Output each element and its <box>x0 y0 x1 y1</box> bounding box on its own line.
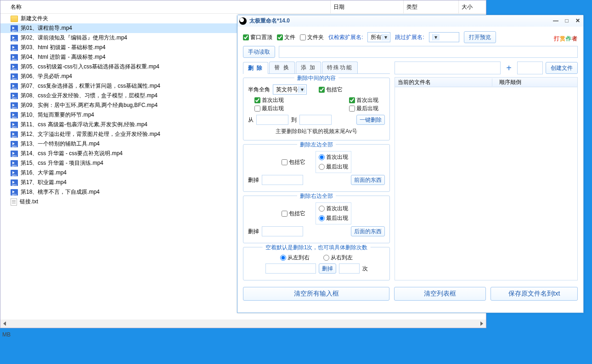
group-delete-right: 删除右边全部 包括它 首次出现 最后出现 删掉 后面的东西 <box>243 196 390 243</box>
include-checkbox-3[interactable]: 包括它 <box>282 210 305 218</box>
to-label: 到 <box>291 116 297 124</box>
group-delete-left: 删除左边全部 包括它 首次出现 最后出现 删掉 前面的东西 <box>243 144 390 192</box>
first-checkbox-l[interactable]: 首次出现 <box>254 96 284 104</box>
close-icon[interactable]: ✕ <box>574 18 581 24</box>
include-checkbox-1[interactable]: 包括它 <box>319 86 343 94</box>
file-checkbox[interactable]: 文件 <box>277 34 295 41</box>
from-input[interactable] <box>256 115 288 125</box>
file-name: 第17、职业篇.mp4 <box>21 179 67 186</box>
tab-replace[interactable]: 替 换 <box>269 62 294 73</box>
last-radio-r[interactable]: 最后出现 <box>319 214 348 222</box>
preview-button[interactable]: 打开预览 <box>464 31 496 43</box>
del-label-3: 删掉 <box>248 228 259 235</box>
file-name: 第06、学员必听.mp4 <box>21 73 72 80</box>
onekey-delete-button[interactable]: 一键删除 <box>356 115 385 125</box>
note-text: 主要删除B站下载的视频末尾Av号 <box>248 128 385 135</box>
file-list-body[interactable] <box>395 87 578 280</box>
scroll-right-icon[interactable]: ▸ <box>478 319 486 328</box>
manual-read-button[interactable]: 手动读取 <box>243 46 275 58</box>
top-toolbar: 窗口置顶 文件 文件夹 仅检索扩展名: 所有▾ 跳过扩展名: ▾ 打开预览 打赏… <box>237 27 583 45</box>
tab-special[interactable]: 特殊功能 <box>322 62 358 73</box>
titlebar[interactable]: 太极重命名*14.0 — □ ✕ <box>237 15 583 27</box>
file-name: 第12、文字溢出处理，背景图片处理，企业开发经验.mp4 <box>21 130 160 138</box>
video-icon <box>11 64 18 70</box>
plus-icon[interactable]: + <box>503 63 514 73</box>
scroll-left-icon[interactable]: ◂ <box>0 319 9 328</box>
app-icon <box>239 17 247 25</box>
to-input[interactable] <box>299 115 332 125</box>
group-delete-count: 空着默认是删除1次，也可填具体删除次数 从左到右 从右到左 删掉 次 <box>243 247 390 280</box>
ltr-radio[interactable]: 从左到右 <box>280 254 310 262</box>
video-icon <box>11 54 18 61</box>
window-title: 太极重命名*14.0 <box>249 17 290 25</box>
first-radio-l[interactable]: 首次出现 <box>319 153 348 161</box>
video-icon <box>11 35 18 41</box>
symbol-select[interactable]: 英文符号▾ <box>273 84 307 95</box>
pin-checkbox[interactable]: 窗口置顶 <box>243 34 272 41</box>
del-count-button[interactable]: 删掉 <box>319 263 336 274</box>
video-icon <box>11 45 18 51</box>
file-name: 链接.txt <box>20 198 38 206</box>
front-button[interactable]: 前面的东西 <box>351 175 385 185</box>
last-checkbox-r[interactable]: 最后出现 <box>349 105 378 112</box>
clear-inputs-button[interactable]: 清空所有输入框 <box>243 287 389 301</box>
save-txt-button[interactable]: 保存原文件名到txt <box>491 287 578 301</box>
include-checkbox-2[interactable]: 包括它 <box>282 158 305 166</box>
back-button[interactable]: 后面的东西 <box>351 226 385 236</box>
video-icon <box>11 83 18 90</box>
file-name: 第14、css 升华篇 - css要点补充说明.mp4 <box>21 150 123 157</box>
half-full-label: 半角全角 <box>248 86 270 94</box>
col-reverse[interactable]: 顺序颠倒 <box>492 78 528 86</box>
ext-select[interactable]: 所有▾ <box>367 32 390 42</box>
col-date[interactable]: 日期 <box>330 0 404 13</box>
first-checkbox-r[interactable]: 首次出现 <box>349 96 378 104</box>
del-text-input[interactable] <box>265 263 316 274</box>
file-name: 第07、css复杂选择器，权重计算问题，css基础属性.mp4 <box>21 82 160 90</box>
h-scrollbar[interactable]: ◂ ▸ <box>0 319 486 328</box>
del-right-input[interactable] <box>262 226 303 236</box>
count-input[interactable] <box>339 263 360 274</box>
video-icon <box>11 141 18 147</box>
tab-delete[interactable]: 删 除 <box>243 62 268 74</box>
maximize-icon[interactable]: □ <box>563 18 570 24</box>
last-checkbox-l[interactable]: 最后出现 <box>254 105 284 112</box>
folder-icon <box>11 16 18 22</box>
file-name: 第13、一个特别的辅助工具.mp4 <box>21 140 100 148</box>
reward-label[interactable]: 打赏作者 <box>554 32 578 43</box>
tabs: 删 除 替 换 添 加 特殊功能 <box>243 62 390 74</box>
video-icon <box>11 160 18 167</box>
video-icon <box>11 73 18 80</box>
skip-ext-select[interactable]: ▾ <box>429 32 459 42</box>
only-ext-label: 仅检索扩展名: <box>328 34 363 41</box>
clear-list-button[interactable]: 清空列表框 <box>394 287 486 301</box>
tab-add[interactable]: 添 加 <box>296 62 321 73</box>
col-name[interactable]: 名称 <box>0 3 330 11</box>
folder-checkbox[interactable]: 文件夹 <box>300 34 324 41</box>
file-name: 第05、css初级篇-css引入css基础选择器选择器权重.mp4 <box>21 63 159 71</box>
col-type[interactable]: 类型 <box>403 0 458 13</box>
explorer-header: 名称 日期 类型 大小 <box>0 0 486 14</box>
ext-input[interactable] <box>517 62 543 74</box>
file-name: 第02、课前须知及『编辑器』使用方法.mp4 <box>21 34 127 42</box>
create-file-button[interactable]: 创建文件 <box>546 62 578 74</box>
file-name: 第16、大学篇.mp4 <box>21 169 67 177</box>
del-label-2: 删掉 <box>248 176 259 184</box>
first-radio-r[interactable]: 首次出现 <box>319 205 348 213</box>
file-name: 第10、简短而重要的环节.mp4 <box>21 111 94 119</box>
file-name: 第01、课程前导.mp4 <box>21 24 72 32</box>
video-icon <box>11 179 18 186</box>
del-left-input[interactable] <box>262 175 303 185</box>
col-current-name[interactable]: 当前的文件名 <box>395 78 492 86</box>
times-label: 次 <box>362 265 368 273</box>
right-panel: + 创建文件 当前的文件名 顺序颠倒 <box>395 62 578 280</box>
new-file-input[interactable] <box>395 62 501 74</box>
path-input[interactable] <box>279 46 578 58</box>
from-label: 从 <box>248 116 254 124</box>
minimize-icon[interactable]: — <box>552 18 559 24</box>
video-icon <box>11 189 18 196</box>
rtl-radio[interactable]: 从右到左 <box>323 254 353 262</box>
col-size[interactable]: 大小 <box>458 0 486 13</box>
file-name: 第09、实例：居中五环,两栏布局,两个经典bug,BFC.mp4 <box>21 101 158 109</box>
video-icon <box>11 131 18 138</box>
last-radio-l[interactable]: 最后出现 <box>319 163 348 171</box>
